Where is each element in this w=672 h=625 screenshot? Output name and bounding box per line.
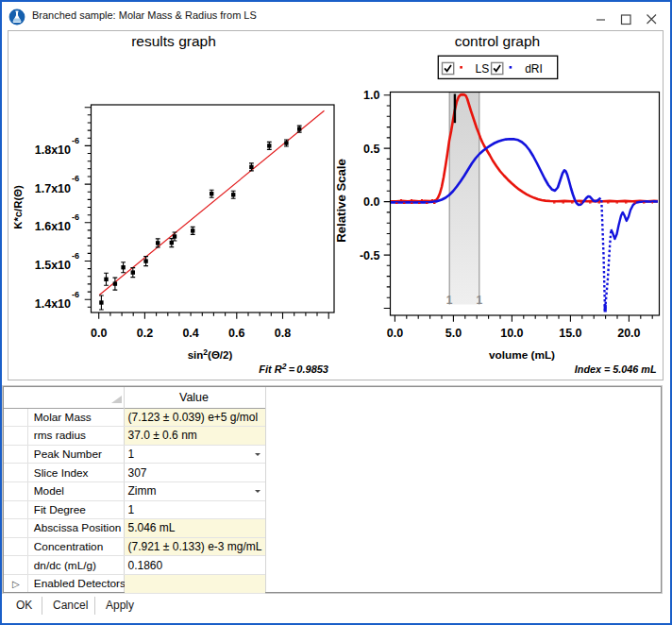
svg-text:K*c/R(Θ): K*c/R(Θ) — [12, 185, 24, 229]
svg-text:1.4x10: 1.4x10 — [35, 297, 71, 311]
svg-text:volume (mL): volume (mL) — [489, 348, 555, 362]
svg-text:0.0: 0.0 — [91, 327, 107, 340]
svg-text:1.5x10: 1.5x10 — [35, 259, 71, 272]
svg-text:0.0: 0.0 — [387, 327, 403, 340]
svg-text:10.0: 10.0 — [500, 327, 523, 340]
svg-text:-6: -6 — [72, 174, 79, 183]
svg-text:1.7x10: 1.7x10 — [35, 182, 71, 195]
svg-text:1: 1 — [446, 294, 453, 307]
svg-text:-6: -6 — [72, 136, 79, 145]
svg-text:-6: -6 — [72, 212, 79, 222]
svg-text:15.0: 15.0 — [559, 327, 581, 340]
svg-text:results graph: results graph — [131, 33, 216, 49]
svg-text:-6: -6 — [72, 251, 79, 261]
svg-text:-0.5: -0.5 — [360, 249, 380, 262]
svg-text:dRI: dRI — [525, 62, 543, 76]
svg-text:0.0: 0.0 — [363, 195, 379, 209]
svg-text:0.6: 0.6 — [228, 327, 244, 340]
svg-text:Index = 5.046 mL: Index = 5.046 mL — [575, 363, 657, 375]
svg-text:0.8: 0.8 — [275, 327, 291, 340]
svg-text:1.6x10: 1.6x10 — [35, 220, 71, 233]
svg-text:1.0: 1.0 — [363, 89, 379, 102]
svg-text:1: 1 — [476, 294, 482, 307]
svg-text:Relative Scale: Relative Scale — [334, 159, 348, 243]
svg-text:sin2(Θ/2): sin2(Θ/2) — [188, 347, 233, 361]
svg-text:control graph: control graph — [455, 33, 540, 49]
svg-text:0.5: 0.5 — [363, 143, 379, 156]
svg-text:0.4: 0.4 — [182, 327, 198, 340]
svg-text:20.0: 20.0 — [617, 327, 640, 340]
svg-text:-6: -6 — [72, 290, 79, 299]
svg-text:5.0: 5.0 — [445, 327, 462, 340]
svg-text:0.2: 0.2 — [137, 327, 153, 340]
svg-text:1.8x10: 1.8x10 — [35, 144, 71, 157]
svg-text:Fit R2 = 0.9853: Fit R2 = 0.9853 — [259, 362, 328, 375]
svg-text:LS: LS — [476, 62, 490, 76]
